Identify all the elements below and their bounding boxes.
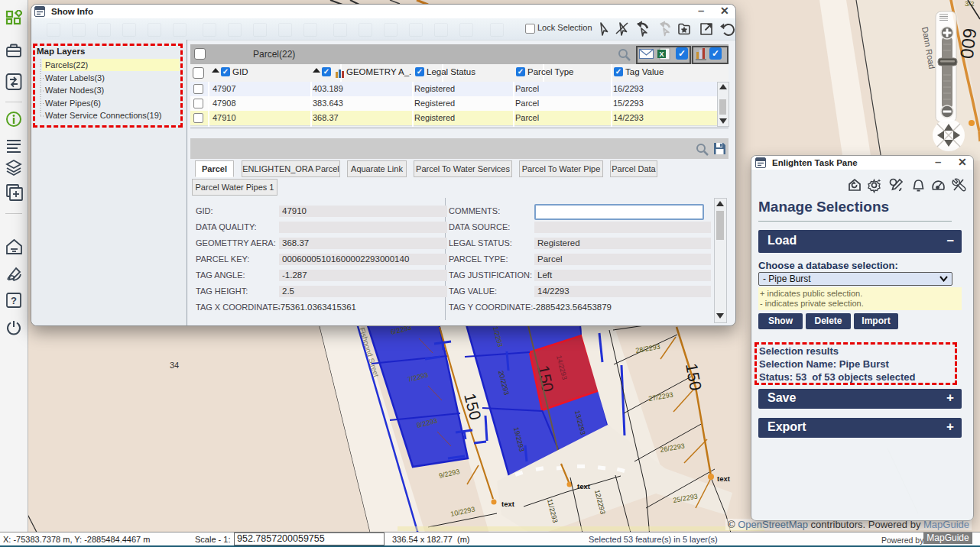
svg-text:?: ? — [11, 295, 17, 306]
svg-text:text: text — [577, 482, 591, 490]
svg-text:34: 34 — [170, 361, 179, 370]
svg-text:text: text — [717, 474, 731, 483]
svg-text:3/2: 3/2 — [965, 0, 975, 8]
svg-text:text: text — [501, 500, 515, 508]
svg-text:X: X — [659, 50, 664, 58]
svg-text:600: 600 — [956, 27, 980, 60]
